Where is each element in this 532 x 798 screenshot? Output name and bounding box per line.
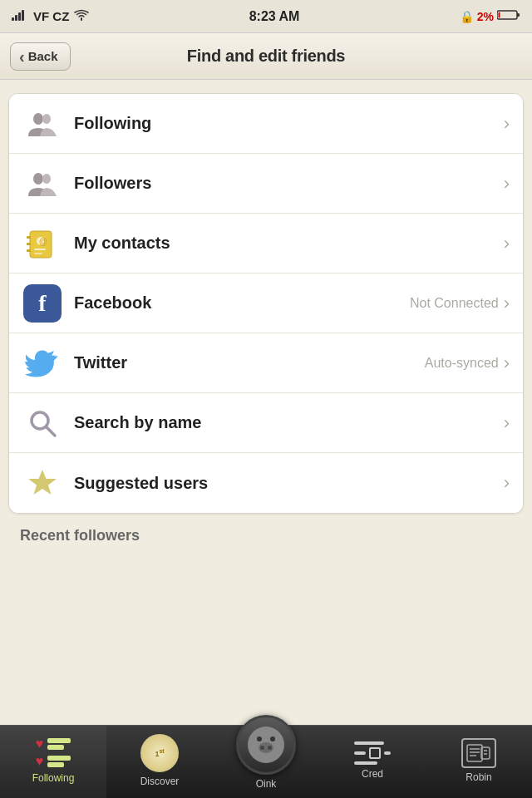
tab-robin[interactable]: Robin [426, 726, 532, 798]
main-content: Following › Followers › [0, 80, 532, 564]
svg-rect-1 [15, 15, 17, 21]
svg-line-20 [46, 426, 55, 436]
menu-item-following[interactable]: Following › [9, 94, 523, 154]
search-icon [22, 403, 62, 443]
lock-icon: 🔒 [460, 10, 474, 23]
tab-following-label: Following [32, 772, 75, 784]
svg-rect-18 [34, 253, 42, 254]
people-icon-2 [22, 164, 62, 204]
tab-discover[interactable]: 1st Discover [106, 726, 213, 798]
facebook-status: Not Connected [410, 296, 499, 311]
twitter-chevron: › [504, 352, 510, 374]
tab-oink[interactable]: Oink [213, 726, 319, 798]
signal-bars [12, 9, 28, 23]
discover-badge-icon: 1st [140, 734, 179, 772]
battery-icon [497, 9, 520, 23]
page-title: Find and edit friends [187, 47, 345, 66]
carrier-label: VF CZ [33, 9, 69, 23]
robin-icon [461, 738, 496, 768]
svg-rect-0 [12, 17, 14, 21]
recent-followers-heading: Recent followers [8, 514, 524, 551]
facebook-icon: f [22, 283, 62, 323]
search-label: Search by name [74, 413, 504, 432]
tab-cred[interactable]: Cred [319, 726, 426, 798]
svg-point-8 [42, 114, 51, 124]
followers-label: Followers [74, 174, 504, 193]
svg-rect-17 [34, 249, 46, 250]
nav-bar: Back Find and edit friends [0, 33, 532, 80]
twitter-label: Twitter [74, 353, 425, 372]
svg-point-7 [33, 113, 43, 125]
svg-rect-5 [517, 13, 520, 17]
twitter-icon [22, 343, 62, 383]
tab-robin-label: Robin [466, 771, 491, 783]
facebook-chevron: › [504, 293, 510, 314]
status-bar: VF CZ 8:23 AM 🔒 2% [0, 0, 532, 33]
facebook-label: Facebook [74, 293, 410, 313]
cred-icon [354, 741, 391, 765]
svg-rect-13 [27, 243, 31, 245]
svg-text:@: @ [39, 237, 47, 246]
time-display: 8:23 AM [249, 9, 300, 24]
tab-following-icon: ♥ ♥ [36, 736, 71, 769]
menu-item-search[interactable]: Search by name › [9, 393, 523, 453]
menu-item-contacts[interactable]: @ My contacts › [9, 214, 523, 273]
star-icon [22, 463, 62, 503]
search-chevron: › [504, 412, 510, 434]
svg-rect-3 [22, 10, 24, 21]
status-left: VF CZ [12, 9, 89, 23]
suggested-label: Suggested users [74, 474, 504, 493]
menu-item-facebook[interactable]: f Facebook Not Connected › [9, 273, 523, 333]
tab-oink-label: Oink [256, 778, 277, 790]
following-label: Following [74, 114, 504, 133]
oink-center-button[interactable] [236, 715, 296, 775]
battery-label: 2% [477, 10, 494, 23]
svg-point-10 [42, 174, 51, 184]
menu-item-followers[interactable]: Followers › [9, 154, 523, 214]
contacts-chevron: › [504, 233, 510, 254]
people-icon [22, 104, 62, 144]
menu-item-twitter[interactable]: Twitter Auto-synced › [9, 333, 523, 393]
following-chevron: › [504, 113, 510, 135]
tab-following[interactable]: ♥ ♥ Following [0, 726, 106, 798]
back-button[interactable]: Back [10, 42, 71, 71]
tab-discover-label: Discover [140, 776, 180, 787]
wifi-icon [74, 9, 89, 23]
menu-item-suggested[interactable]: Suggested users › [9, 453, 523, 513]
svg-rect-12 [27, 236, 31, 239]
svg-rect-2 [18, 12, 21, 21]
contacts-icon: @ [22, 224, 62, 264]
svg-rect-4 [497, 11, 517, 19]
pig-face-icon [248, 727, 284, 763]
suggested-chevron: › [504, 472, 510, 494]
svg-rect-22 [467, 745, 482, 761]
svg-rect-14 [27, 249, 31, 252]
status-right: 🔒 2% [460, 9, 520, 23]
svg-point-9 [33, 173, 43, 185]
tab-cred-label: Cred [362, 768, 383, 780]
twitter-status: Auto-synced [425, 356, 499, 371]
contacts-label: My contacts [74, 234, 504, 253]
svg-rect-6 [499, 12, 500, 18]
menu-list: Following › Followers › [8, 93, 524, 514]
tab-bar: ♥ ♥ Following 1st Discover [0, 725, 532, 798]
followers-chevron: › [504, 173, 510, 195]
svg-marker-21 [28, 470, 57, 495]
